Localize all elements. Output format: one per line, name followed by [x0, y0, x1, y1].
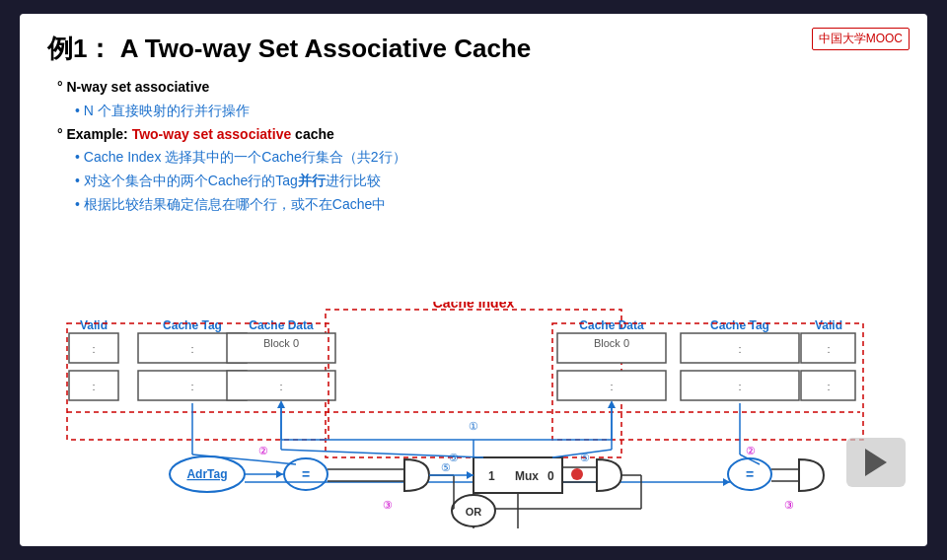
left-tag-dot1: :: [190, 343, 193, 355]
bullet-1-text: N-way set associative: [67, 79, 210, 95]
right-tag-label: Cache Tag: [710, 318, 769, 332]
bullet-5: • 对这个集合中的两个Cache行的Tag并行进行比较: [75, 170, 900, 193]
play-icon: [865, 449, 887, 476]
bullet-4: • Cache Index 选择其中的一个Cache行集合（共2行）: [75, 146, 900, 170]
adrtag-to-eq-arrow: [276, 470, 283, 478]
right-eq-label: =: [746, 466, 754, 482]
title-main: A Two-way Set Associative Cache: [112, 34, 531, 63]
bullet-6: • 根据比较结果确定信息在哪个行，或不在Cache中: [75, 193, 900, 217]
slide: 中国大学MOOC 例1： A Two-way Set Associative C…: [20, 14, 927, 546]
right-data-label: Cache Data: [579, 318, 644, 332]
cache-index-label: Cache Index: [433, 302, 515, 311]
left-eq-label: =: [302, 466, 310, 482]
and-to-mux-arrow: [467, 471, 474, 479]
right-and-gate2: [799, 459, 824, 491]
bullet-2: • N 个直接映射的行并行操作: [75, 100, 900, 123]
tag-to-eq-line2: [192, 455, 296, 464]
circle-3-right: ③: [784, 499, 794, 511]
or-label: OR: [466, 506, 482, 518]
mux-red-dot: [571, 468, 583, 480]
left-valid-dot2: :: [92, 381, 95, 392]
mux-0-label: 0: [547, 469, 554, 483]
left-block0-label: Block 0: [263, 337, 299, 349]
bullet-3-bold: Example: Two-way set associative cache: [67, 126, 334, 142]
bullet-3: ° Example: Two-way set associative cache: [57, 123, 900, 147]
diagram-svg: Cache Index Valid : : Cache Tag : : Cach…: [39, 302, 908, 528]
circle-2-left: ②: [258, 445, 268, 456]
circle-3-left: ③: [383, 499, 393, 511]
mooc-logo: 中国大学MOOC: [812, 28, 910, 50]
right-and-gate: [597, 459, 621, 491]
slide-content: ° N-way set associative • N 个直接映射的行并行操作 …: [47, 76, 900, 217]
title-prefix: 例1：: [47, 34, 112, 63]
circle-1-label: ①: [469, 420, 478, 432]
right-tag-dot1: :: [738, 343, 741, 355]
right-tag-dot2: :: [738, 381, 741, 392]
left-data-dot: :: [279, 381, 282, 392]
bullet-1: ° N-way set associative: [57, 76, 900, 100]
adrtag-label: AdrTag: [186, 467, 227, 481]
circle-5c-label: ⑤: [441, 461, 451, 473]
diagram-area: Cache Index Valid : : Cache Tag : : Cach…: [39, 302, 908, 528]
right-valid-dot1: :: [827, 343, 830, 355]
right-block0-label: Block 0: [594, 337, 629, 349]
play-button[interactable]: [846, 438, 906, 487]
left-data-label: Cache Data: [249, 318, 314, 332]
mux-text-label: Mux: [515, 469, 539, 483]
and-gate: [404, 459, 429, 491]
slide-title: 例1： A Two-way Set Associative Cache: [47, 32, 900, 66]
circle-2-right: ②: [746, 445, 756, 456]
right-valid-label: Valid: [815, 318, 842, 332]
left-valid-dot1: :: [92, 343, 95, 355]
left-tag-dot2: :: [190, 381, 193, 392]
left-tag-label: Cache Tag: [163, 318, 222, 332]
right-data-dot: :: [610, 381, 613, 392]
mux-1-label: 1: [488, 469, 495, 483]
right-valid-dot2: :: [827, 381, 830, 392]
left-valid-label: Valid: [80, 318, 108, 332]
